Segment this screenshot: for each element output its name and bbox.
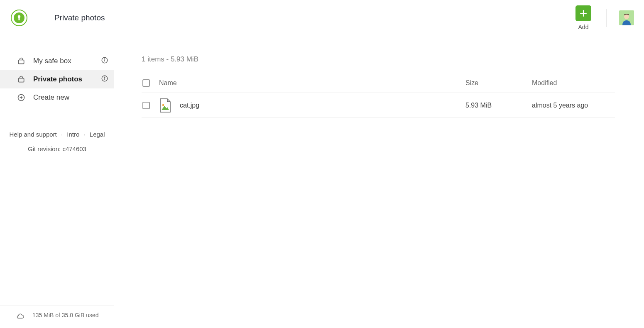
items-summary: 1 items - 5.93 MiB <box>142 55 615 64</box>
svg-point-18 <box>162 104 164 105</box>
app-logo[interactable] <box>11 10 27 26</box>
add-label: Add <box>578 24 589 30</box>
header-actions: Add <box>575 0 634 36</box>
cloud-icon <box>16 313 25 322</box>
sidebar-links: Help and support · Intro · Legal Git rev… <box>0 131 114 152</box>
content: 1 items - 5.93 MiB Name Size Modified <box>114 36 644 328</box>
file-modified: almost 5 years ago <box>532 102 615 109</box>
image-file-icon <box>159 98 171 113</box>
divider <box>606 9 607 27</box>
file-name: cat.jpg <box>180 102 199 109</box>
avatar[interactable] <box>619 10 634 25</box>
plus-circle-icon <box>17 93 26 102</box>
column-size[interactable]: Size <box>465 79 532 87</box>
sidebar-item-my-safe-box[interactable]: My safe box <box>0 52 114 70</box>
row-checkbox[interactable] <box>142 102 150 109</box>
intro-link[interactable]: Intro <box>67 131 79 138</box>
header: Private photos Add <box>0 0 644 36</box>
safe-icon <box>17 75 26 84</box>
legal-link[interactable]: Legal <box>90 131 105 138</box>
git-revision: Git revision: c474603 <box>0 145 114 152</box>
info-icon[interactable] <box>101 56 108 66</box>
column-modified[interactable]: Modified <box>532 79 615 87</box>
plus-icon <box>579 9 588 17</box>
table-header: Name Size Modified <box>142 79 615 93</box>
sidebar-item-label: Create new <box>33 93 69 102</box>
sidebar-item-create-new[interactable]: Create new <box>0 88 114 107</box>
svg-rect-6 <box>18 60 24 64</box>
file-size: 5.93 MiB <box>465 102 532 109</box>
sidebar-item-private-photos[interactable]: Private photos <box>0 70 114 88</box>
select-all-checkbox[interactable] <box>142 79 150 87</box>
safe-icon <box>17 56 26 66</box>
storage-text: 135 MiB of 35.0 GiB used <box>32 312 99 322</box>
svg-point-13 <box>104 77 105 78</box>
help-link[interactable]: Help and support <box>10 131 57 138</box>
sidebar-item-label: Private photos <box>33 75 82 83</box>
svg-point-9 <box>104 59 105 59</box>
page-title: Private photos <box>54 13 105 22</box>
svg-rect-3 <box>18 17 20 20</box>
file-name-cell[interactable]: cat.jpg <box>159 98 465 113</box>
add-action: Add <box>575 5 591 30</box>
info-icon[interactable] <box>101 75 108 84</box>
storage-usage: 135 MiB of 35.0 GiB used <box>0 306 114 328</box>
main: My safe box Private photos <box>0 36 644 328</box>
add-button[interactable] <box>575 5 591 21</box>
sidebar: My safe box Private photos <box>0 36 114 328</box>
svg-rect-10 <box>18 78 24 82</box>
sidebar-item-label: My safe box <box>33 57 71 65</box>
divider <box>40 9 40 27</box>
table-row: cat.jpg 5.93 MiB almost 5 years ago <box>142 93 615 118</box>
column-name[interactable]: Name <box>159 79 465 87</box>
